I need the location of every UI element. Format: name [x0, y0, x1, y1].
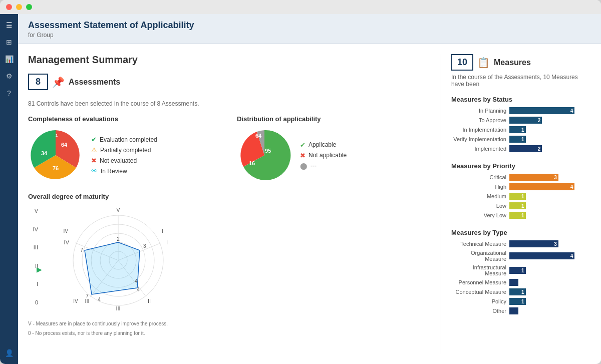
priority-bar-medium: Medium 1 — [451, 193, 591, 200]
minimize-button[interactable] — [16, 4, 22, 10]
type-track-6 — [509, 307, 591, 314]
priority-label-4: Very Low — [451, 212, 506, 218]
maturity-title: Overall degree of maturity — [28, 193, 431, 200]
svg-text:64: 64 — [61, 142, 68, 148]
measures-icon: 📋 — [477, 57, 490, 69]
status-bar-in-impl: In Implementation 1 — [451, 126, 591, 133]
assessments-card: 8 📌 Assessments — [28, 74, 120, 90]
status-bar-implemented: Implemented 2 — [451, 145, 591, 152]
completeness-section: Completeness of evaluations — [28, 115, 222, 183]
svg-text:95: 95 — [265, 148, 271, 154]
sidebar-item-menu[interactable]: ☰ — [2, 18, 16, 32]
in-review-icon: 👁 — [91, 167, 98, 175]
sidebar-item-network[interactable]: ⚙ — [2, 69, 16, 83]
type-track-0: 3 — [509, 240, 591, 247]
status-fill-1: 2 — [509, 117, 542, 124]
charts-row: Completeness of evaluations — [28, 115, 431, 183]
assessments-count: 8 — [28, 74, 48, 90]
assessments-label: Assessments — [69, 78, 120, 87]
svg-text:34: 34 — [41, 150, 48, 156]
completeness-pie: 64 76 34 1 — [28, 128, 83, 183]
type-track-3 — [509, 279, 591, 286]
maximize-button[interactable] — [26, 4, 32, 10]
not-applicable-label: Not applicable — [309, 152, 347, 159]
type-track-4: 1 — [509, 288, 591, 295]
measures-label: Measures — [494, 58, 531, 67]
type-label-4: Conceptual Measure — [451, 289, 506, 295]
type-label-5: Policy — [451, 298, 506, 304]
type-bar-conceptual: Conceptual Measure 1 — [451, 288, 591, 295]
status-bar-in-planning: In Planning 4 — [451, 107, 591, 114]
type-bar-org: Organizational Measure 4 — [451, 250, 591, 262]
type-bar-personnel: Personnel Measure — [451, 279, 591, 286]
applicability-pie: 95 16 64 — [237, 128, 292, 183]
applicability-title: Distribution of applicability — [237, 115, 431, 123]
svg-text:4: 4 — [137, 287, 140, 292]
sidebar-item-grid[interactable]: ⊞ — [2, 35, 16, 49]
svg-text:III: III — [116, 305, 120, 311]
type-fill-5: 1 — [509, 298, 526, 305]
sidebar-item-help[interactable]: ? — [2, 86, 16, 100]
type-fill-3 — [509, 279, 518, 286]
page-header: Assessment Statement of Applicability fo… — [18, 14, 601, 44]
priority-track-3: 1 — [509, 202, 591, 209]
priority-bar-very-low: Very Low 1 — [451, 212, 591, 219]
axis-i: I — [28, 281, 38, 287]
not-eval-label: Not evaluated — [100, 157, 137, 164]
applicability-legend: ✔ Applicable ✖ Not applicable ⬤ — [300, 141, 347, 170]
applicability-pie-container: 95 16 64 ✔ Applicable — [237, 128, 431, 183]
sidebar-item-analytics[interactable]: 📊 — [2, 52, 16, 66]
priority-label-0: Critical — [451, 174, 506, 180]
summary-cards: 8 📌 Assessments — [28, 74, 431, 90]
section-title: Management Summary — [28, 54, 431, 66]
other-label: --- — [311, 162, 317, 169]
measures-by-type: Measures by Type Technical Measure 3 Org… — [451, 229, 591, 314]
right-panel: 10 📋 Measures In the course of the Asses… — [441, 54, 591, 354]
status-label-1: To Approve — [451, 117, 506, 123]
type-bar-policy: Policy 1 — [451, 298, 591, 305]
applicable-label: Applicable — [309, 141, 336, 148]
measures-count: 10 — [451, 54, 473, 71]
axis-iii: III — [28, 244, 38, 250]
status-fill-0: 4 — [509, 107, 574, 114]
status-label-3: Verify Implementation — [451, 136, 506, 142]
svg-text:V: V — [116, 207, 120, 213]
not-applicable-icon: ✖ — [300, 152, 306, 159]
legend-in-review: 👁 In Review — [91, 167, 157, 175]
assessments-icon: 📌 — [52, 76, 65, 88]
type-title: Measures by Type — [451, 229, 591, 236]
svg-text:4: 4 — [98, 297, 101, 302]
type-track-5: 1 — [509, 298, 591, 305]
eval-completed-icon: ✔ — [91, 136, 97, 143]
svg-text:IV: IV — [64, 239, 70, 245]
status-track-2: 1 — [509, 126, 591, 133]
svg-text:I: I — [162, 228, 163, 234]
legend-not-applicable: ✖ Not applicable — [300, 152, 347, 159]
measures-by-status: Measures by Status In Planning 4 To Appr… — [451, 96, 591, 152]
type-label-0: Technical Measure — [451, 241, 506, 247]
axis-v: V — [28, 208, 38, 214]
legend-eval-completed: ✔ Evaluation completed — [91, 136, 157, 143]
svg-text:I: I — [166, 239, 168, 245]
type-bar-technical: Technical Measure 3 — [451, 240, 591, 247]
page-title: Assessment Statement of Applicability — [28, 20, 591, 31]
priority-fill-0: 3 — [509, 174, 558, 181]
status-fill-4: 2 — [509, 145, 542, 152]
svg-text:7: 7 — [86, 293, 89, 299]
measures-description: In the course of the Assessments, 10 Mea… — [451, 74, 591, 88]
completeness-title: Completeness of evaluations — [28, 115, 222, 123]
type-fill-1: 4 — [509, 252, 574, 259]
status-fill-3: 1 — [509, 136, 526, 143]
svg-text:4: 4 — [135, 278, 138, 284]
partial-label: Partially completed — [100, 147, 151, 154]
maturity-section: Overall degree of maturity V IV III II I… — [28, 193, 431, 336]
sidebar-item-profile[interactable]: 👤 — [2, 346, 16, 360]
priority-fill-4: 1 — [509, 212, 526, 219]
maturity-arrow: ▶ — [37, 265, 42, 273]
svg-text:IV: IV — [64, 228, 69, 234]
axis-0: 0 — [28, 299, 38, 305]
status-bar-verify-impl: Verify Implementation 1 — [451, 136, 591, 143]
type-label-6: Other — [451, 308, 506, 314]
priority-fill-1: 4 — [509, 183, 574, 190]
close-button[interactable] — [6, 4, 12, 10]
